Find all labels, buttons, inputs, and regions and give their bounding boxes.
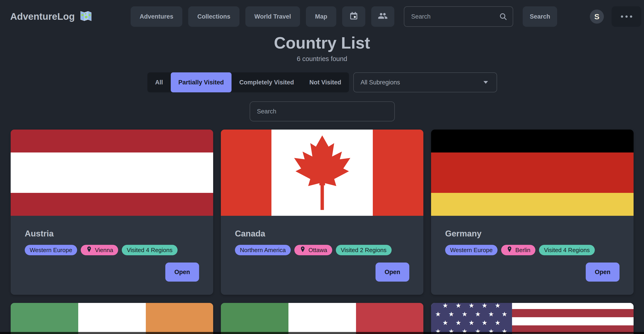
chevron-down-icon (484, 81, 488, 84)
avatar[interactable]: S (590, 10, 604, 24)
country-card-canada: Canada Northern America Ottawa Visited 2… (221, 130, 423, 295)
calendar-icon (349, 11, 358, 22)
capital-name: Ottawa (308, 247, 327, 254)
visited-regions-badge: Visited 4 Regions (539, 245, 595, 255)
country-search-input[interactable] (250, 101, 395, 121)
country-card-germany: Germany Western Europe Berlin Visited 4 … (431, 130, 634, 295)
nav-search-button[interactable]: Search (523, 6, 557, 27)
map-logo-icon (79, 9, 92, 24)
flag-canada (221, 130, 423, 216)
map-pin-icon (299, 246, 306, 254)
open-button[interactable]: Open (165, 262, 199, 281)
tab-completely-visited[interactable]: Completely Visited (232, 72, 302, 92)
nav-item-adventures[interactable]: Adventures (130, 6, 182, 27)
capital-badge: Ottawa (294, 245, 332, 255)
brand[interactable]: AdventureLog (10, 9, 92, 24)
region-badge: Northern America (235, 245, 291, 255)
badges: Western Europe Vienna Visited 4 Regions (25, 245, 199, 255)
badges: Western Europe Berlin Visited 4 Regions (445, 245, 620, 255)
users-button[interactable] (371, 6, 394, 27)
badges: Northern America Ottawa Visited 2 Region… (235, 245, 409, 255)
card-actions: Open (25, 262, 199, 281)
card-actions: Open (235, 262, 409, 281)
calendar-button[interactable] (342, 6, 365, 27)
country-card-united-states: ★★★★★ ★★★★★★ ★★★★★ ★★★★★★ ★★★★★ (431, 303, 634, 334)
subregion-select[interactable]: All Subregions (353, 72, 497, 92)
capital-badge: Berlin (501, 245, 535, 255)
usa-star-canton: ★★★★★ ★★★★★★ ★★★★★ ★★★★★★ ★★★★★ (431, 303, 512, 334)
flag-germany (431, 130, 634, 216)
nav-links: Adventures Collections World Travel Map (130, 6, 558, 27)
visited-regions-badge: Visited 4 Regions (122, 245, 178, 255)
flag-italy (221, 303, 423, 334)
nav-item-map[interactable]: Map (306, 6, 336, 27)
ellipsis-icon (621, 16, 632, 18)
country-name: Germany (445, 229, 620, 238)
search-icon (499, 12, 508, 22)
adventurelog-app: AdventureLog Adventures Collections Worl… (0, 0, 644, 334)
map-pin-icon (506, 246, 513, 254)
open-button[interactable]: Open (376, 262, 409, 281)
nav-search-input[interactable] (404, 6, 513, 27)
subregion-select-value: All Subregions (360, 79, 400, 86)
region-badge: Western Europe (445, 245, 498, 255)
country-name: Canada (235, 229, 409, 238)
open-button[interactable]: Open (586, 262, 620, 281)
page-head: Country List 6 countries found (0, 34, 644, 63)
nav-item-world-travel[interactable]: World Travel (245, 6, 300, 27)
region-badge: Western Europe (25, 245, 77, 255)
visited-regions-badge: Visited 2 Regions (336, 245, 392, 255)
country-name: Austria (25, 229, 199, 238)
flag-austria (11, 130, 213, 216)
card-actions: Open (445, 262, 620, 281)
tab-all[interactable]: All (148, 72, 171, 92)
maple-leaf (287, 135, 357, 210)
nav-right: S (590, 6, 644, 27)
users-icon (378, 11, 388, 23)
more-options-button[interactable] (612, 6, 641, 27)
card-body: Germany Western Europe Berlin Visited 4 … (431, 216, 634, 295)
results-count: 6 countries found (0, 55, 644, 63)
country-card-austria: Austria Western Europe Vienna Visited 4 … (11, 130, 213, 295)
tab-partially-visited[interactable]: Partially Visited (171, 72, 232, 92)
capital-name: Vienna (95, 247, 113, 254)
country-card-ireland (11, 303, 213, 334)
country-card-italy (221, 303, 423, 334)
page-title: Country List (0, 34, 644, 52)
flag-ireland (11, 303, 213, 334)
navbar: AdventureLog Adventures Collections Worl… (0, 0, 644, 33)
map-pin-icon (86, 246, 92, 254)
capital-badge: Vienna (81, 245, 118, 255)
nav-item-collections[interactable]: Collections (188, 6, 240, 27)
viewport-bottom-edge (0, 332, 644, 334)
capital-name: Berlin (515, 247, 530, 254)
nav-search-wrap (404, 6, 513, 27)
country-card-grid: Austria Western Europe Vienna Visited 4 … (11, 130, 634, 334)
card-body: Austria Western Europe Vienna Visited 4 … (11, 216, 213, 295)
flag-united-states: ★★★★★ ★★★★★★ ★★★★★ ★★★★★★ ★★★★★ (431, 303, 634, 334)
visit-filter-tabs: All Partially Visited Completely Visited… (148, 72, 349, 92)
card-body: Canada Northern America Ottawa Visited 2… (221, 216, 423, 295)
brand-title: AdventureLog (10, 11, 75, 22)
tab-not-visited[interactable]: Not Visited (302, 72, 349, 92)
